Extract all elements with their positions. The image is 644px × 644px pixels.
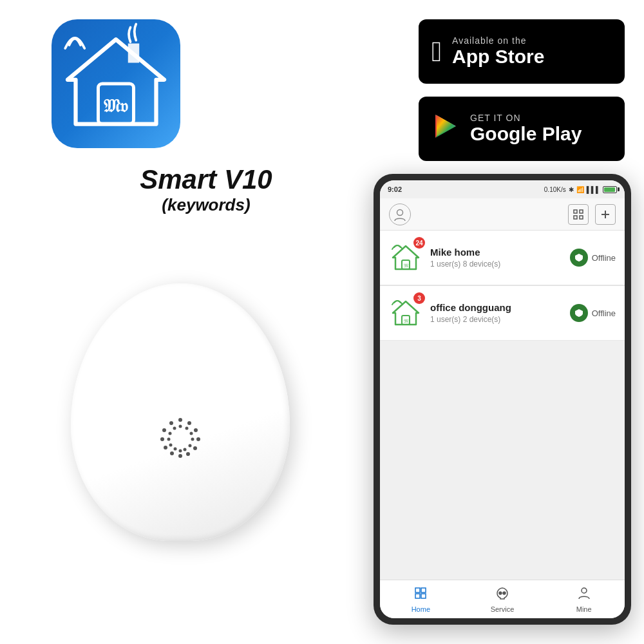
svg-rect-36: [574, 216, 577, 219]
home-item-2[interactable]: 𝔐 3 office dongguang 1 user(s) 2 device(…: [380, 286, 625, 341]
google-play-text: GET IT ON Google Play: [470, 113, 582, 145]
offline-status-2: Offline: [592, 308, 616, 318]
status-bar: 9:02 0.10K/s ✱ 📶 ▌▌▌: [380, 180, 625, 198]
mine-nav-icon: [577, 586, 591, 603]
nav-item-home[interactable]: Home: [380, 586, 462, 613]
svg-rect-3: [128, 44, 140, 63]
home-item-name-2: office dongguang: [430, 302, 562, 313]
svg-point-33: [397, 209, 403, 215]
status-time: 9:02: [388, 185, 402, 193]
svg-point-11: [194, 428, 198, 432]
svg-text:𝔐: 𝔐: [404, 263, 409, 269]
app-store-text: Available on the App Store: [452, 35, 544, 68]
wifi-icon: 📶: [576, 186, 584, 193]
svg-rect-46: [415, 588, 420, 592]
home-item-info-1: Mike home 1 user(s) 8 device(s): [430, 247, 562, 269]
svg-point-21: [179, 425, 182, 428]
apple-icon: : [431, 35, 442, 68]
svg-point-22: [185, 427, 189, 430]
svg-point-31: [169, 432, 172, 435]
service-nav-icon: [495, 586, 509, 603]
google-play-button[interactable]: GET IT ON Google Play: [419, 97, 625, 161]
google-play-icon: [431, 112, 460, 146]
home-item-icon-wrap-2: 𝔐 3: [389, 295, 422, 331]
svg-point-18: [160, 437, 164, 441]
topbar-icons: [568, 204, 616, 225]
svg-rect-35: [580, 210, 583, 213]
app-topbar: [380, 198, 625, 231]
signal-icon: ▌▌▌: [587, 186, 600, 193]
shield-icon-2: [570, 304, 588, 322]
device-image: [19, 245, 341, 580]
svg-point-27: [179, 450, 182, 453]
svg-point-50: [499, 592, 502, 594]
battery-indicator: [603, 186, 617, 193]
svg-point-24: [191, 438, 194, 441]
svg-point-20: [169, 421, 173, 425]
svg-point-30: [167, 438, 171, 441]
device-body: [71, 283, 290, 541]
svg-point-26: [184, 448, 187, 451]
svg-rect-34: [574, 210, 577, 213]
network-speed: 0.10K/s: [544, 186, 566, 193]
add-button[interactable]: [595, 204, 616, 225]
phone-mockup: 9:02 0.10K/s ✱ 📶 ▌▌▌: [374, 174, 631, 625]
svg-point-19: [162, 428, 166, 432]
svg-point-9: [178, 418, 182, 422]
app-title-main: Smart V10: [52, 164, 361, 195]
svg-rect-49: [421, 594, 426, 598]
svg-point-52: [582, 588, 587, 593]
svg-rect-37: [580, 216, 583, 219]
home-item-icon-wrap: 𝔐 24: [389, 240, 422, 276]
app-title-block: Smart V10 (keywords): [52, 164, 361, 215]
nav-label-service: Service: [491, 605, 515, 613]
status-bar-right: 0.10K/s ✱ 📶 ▌▌▌: [544, 186, 617, 193]
svg-point-10: [187, 421, 191, 425]
app-store-button[interactable]:  Available on the App Store: [419, 19, 625, 84]
svg-point-23: [190, 432, 193, 435]
battery-fill: [604, 187, 615, 192]
home-badge-2: 3: [413, 292, 425, 304]
home-badge-1: 24: [413, 237, 425, 249]
svg-point-17: [164, 446, 167, 450]
svg-point-28: [174, 448, 177, 451]
home-item-status-1: Offline: [570, 249, 616, 267]
store-buttons-group:  Available on the App Store: [419, 19, 625, 161]
svg-point-14: [186, 452, 190, 456]
svg-point-16: [170, 451, 174, 455]
svg-point-15: [178, 454, 182, 458]
svg-point-51: [503, 592, 506, 594]
home-item-info-2: office dongguang 1 user(s) 2 device(s): [430, 302, 562, 324]
svg-point-12: [196, 437, 200, 441]
svg-text:𝔐: 𝔐: [404, 318, 409, 324]
home-item[interactable]: 𝔐 24 Mike home 1 user(s) 8 device(s) Off…: [380, 231, 625, 285]
scan-button[interactable]: [568, 204, 589, 225]
nav-item-mine[interactable]: Mine: [543, 586, 625, 613]
nav-item-service[interactable]: Service: [462, 586, 544, 613]
svg-point-25: [189, 444, 192, 448]
phone-screen: 9:02 0.10K/s ✱ 📶 ▌▌▌: [380, 180, 625, 618]
svg-point-32: [173, 427, 176, 430]
device-speaker: [155, 412, 206, 464]
home-list: 𝔐 24 Mike home 1 user(s) 8 device(s) Off…: [380, 231, 625, 580]
user-avatar[interactable]: [389, 204, 411, 225]
home-item-meta-2: 1 user(s) 2 device(s): [430, 315, 562, 324]
home-item-meta-1: 1 user(s) 8 device(s): [430, 260, 562, 269]
shield-icon-1: [570, 249, 588, 267]
home-item-status-2: Offline: [570, 304, 616, 322]
nav-label-mine: Mine: [576, 605, 592, 613]
app-title-sub: (keywords): [52, 195, 361, 215]
svg-point-29: [169, 444, 173, 447]
svg-rect-48: [415, 594, 420, 598]
bluetooth-icon: ✱: [569, 186, 574, 193]
svg-point-13: [193, 446, 197, 450]
home-item-name-1: Mike home: [430, 247, 562, 258]
svg-text:𝔐𝔳: 𝔐𝔳: [104, 96, 128, 116]
app-icon: 𝔐𝔳: [52, 19, 180, 148]
svg-rect-47: [421, 588, 426, 592]
nav-label-home: Home: [412, 605, 430, 613]
home-nav-icon: [413, 586, 428, 603]
bottom-nav: Home Service: [380, 580, 625, 618]
offline-status-1: Offline: [592, 253, 616, 263]
